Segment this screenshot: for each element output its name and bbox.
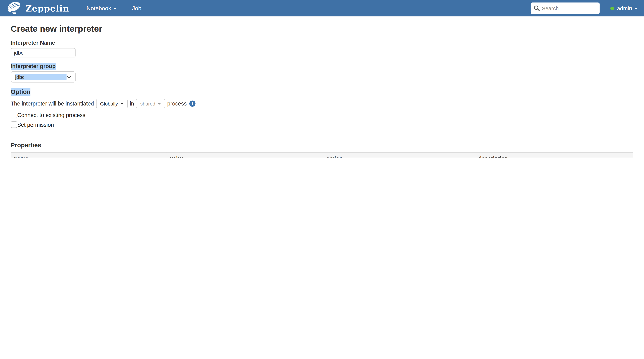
header-name: name xyxy=(11,152,167,158)
user-menu[interactable]: admin xyxy=(610,5,638,11)
search-icon xyxy=(534,5,540,11)
header-action: action xyxy=(323,152,475,158)
instantiate-mode-value: Globally xyxy=(100,101,118,107)
interpreter-name-input[interactable] xyxy=(11,48,76,57)
zeppelin-logo-icon xyxy=(6,0,22,17)
properties-table: name value action description common.max… xyxy=(11,152,633,158)
page: Zeppelin Notebook Job admin xyxy=(0,0,644,158)
info-icon[interactable]: i xyxy=(190,100,196,107)
option-section-label: Option xyxy=(11,88,30,96)
brand-title: Zeppelin xyxy=(26,3,69,13)
chevron-down-icon xyxy=(66,75,71,78)
nav-links: Notebook Job xyxy=(86,5,157,11)
brand[interactable]: Zeppelin xyxy=(6,0,69,17)
connect-existing-process-row: Connect to existing process xyxy=(11,112,633,118)
search-box xyxy=(531,2,600,14)
chevron-down-icon xyxy=(120,103,124,105)
header-value: value xyxy=(167,152,323,158)
set-permission-checkbox[interactable] xyxy=(11,121,17,128)
instantiate-suffix: process xyxy=(167,100,187,107)
header-description: description xyxy=(475,152,633,158)
page-title: Create new interpreter xyxy=(11,23,633,34)
instantiate-text: The interpreter will be instantiated xyxy=(11,100,94,107)
instantiate-line: The interpreter will be instantiated Glo… xyxy=(11,99,633,108)
instantiate-mode-dropdown[interactable]: Globally xyxy=(96,99,128,108)
nav-notebook-label: Notebook xyxy=(86,5,111,11)
search-input[interactable] xyxy=(542,5,596,11)
interpreter-group-label: Interpreter group xyxy=(11,63,56,70)
set-permission-row: Set permission xyxy=(11,121,633,128)
instantiate-infix: in xyxy=(130,100,134,107)
properties-title: Properties xyxy=(11,141,633,149)
chevron-down-icon xyxy=(634,8,637,9)
nav-item-job[interactable]: Job xyxy=(132,5,141,11)
interpreter-name-label: Interpreter Name xyxy=(11,39,55,46)
user-name: admin xyxy=(617,5,632,11)
connect-existing-process-label: Connect to existing process xyxy=(17,112,86,118)
process-mode-value: shared xyxy=(140,101,155,107)
main-content: Create new interpreter Interpreter Name … xyxy=(0,23,644,158)
connect-existing-process-checkbox[interactable] xyxy=(11,112,17,118)
interpreter-group-value: jdbc xyxy=(15,74,66,80)
navbar: Zeppelin Notebook Job admin xyxy=(0,0,644,16)
chevron-down-icon xyxy=(158,103,161,105)
user-status-icon xyxy=(610,6,614,10)
interpreter-group-select[interactable]: jdbc xyxy=(11,71,76,83)
set-permission-label: Set permission xyxy=(17,122,54,128)
nav-item-notebook[interactable]: Notebook xyxy=(86,5,116,11)
process-mode-dropdown[interactable]: shared xyxy=(136,99,165,108)
nav-job-label: Job xyxy=(132,5,141,11)
chevron-down-icon xyxy=(113,8,116,9)
properties-table-header: name value action description xyxy=(11,152,633,158)
